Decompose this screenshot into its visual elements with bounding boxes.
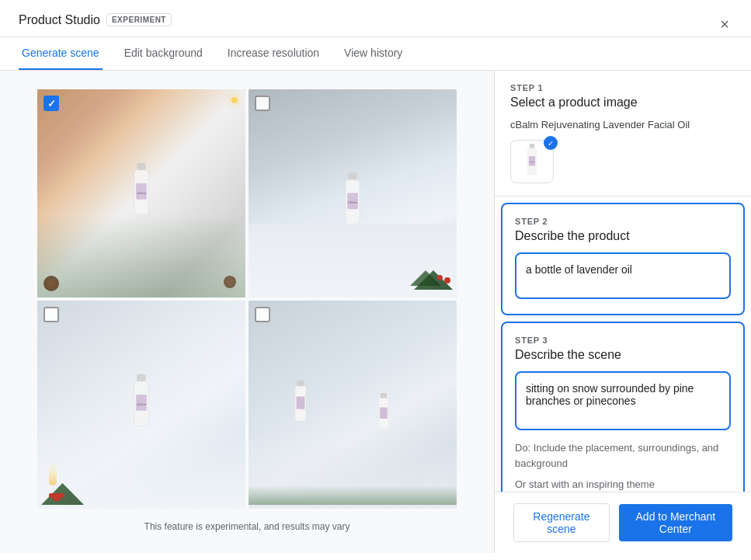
image-grid: cBalm ✓: [37, 89, 457, 509]
svg-text:cBalm: cBalm: [137, 402, 146, 406]
step-3-title: Describe the scene: [515, 348, 731, 362]
product-thumbnail-check: ✓: [544, 136, 558, 150]
or-theme-text: Or start with an inspiring theme: [515, 478, 731, 490]
svg-rect-4: [348, 172, 356, 179]
step-2-title: Describe the product: [515, 229, 731, 243]
disclaimer-text: This feature is experimental, and result…: [144, 521, 350, 532]
image-1-checkbox[interactable]: ✓: [43, 96, 59, 111]
image-2-checkbox[interactable]: [255, 96, 270, 111]
svg-rect-12: [297, 381, 304, 386]
step-1-label: STEP 1: [510, 83, 735, 92]
step-1-section: STEP 1 Select a product image cBalm Reju…: [495, 71, 751, 197]
checkmark-icon: ✓: [47, 99, 56, 109]
tab-generate-scene[interactable]: Generate scene: [19, 37, 103, 70]
experiment-badge: EXPERIMENT: [106, 13, 172, 26]
scene-description-input[interactable]: sitting on snow surrounded by pine branc…: [515, 371, 731, 430]
image-4-checkbox[interactable]: [255, 307, 270, 322]
product-name: cBalm Rejuvenating Lavender Facial Oil: [510, 119, 735, 130]
svg-rect-14: [297, 397, 305, 409]
regenerate-scene-button[interactable]: Regenerate scene: [513, 503, 610, 542]
svg-rect-0: [137, 163, 145, 170]
close-button[interactable]: ×: [717, 12, 732, 37]
product-description-input[interactable]: a bottle of lavender oil: [515, 252, 731, 299]
right-panel: STEP 1 Select a product image cBalm Reju…: [495, 71, 751, 553]
image-cell-4[interactable]: [249, 301, 457, 509]
step-2-label: STEP 2: [515, 217, 731, 226]
image-cell-1[interactable]: cBalm ✓: [37, 89, 245, 297]
image-3-checkbox[interactable]: [43, 307, 59, 322]
product-thumbnail-svg: cBalm: [520, 143, 544, 180]
tab-view-history[interactable]: View history: [341, 37, 405, 70]
svg-text:cBalm: cBalm: [137, 191, 146, 195]
dialog-title: Product Studio: [19, 13, 100, 27]
svg-text:cBalm: cBalm: [348, 200, 357, 204]
footer-buttons: Regenerate scene Add to Merchant Center: [495, 492, 751, 553]
dialog-header: Product Studio EXPERIMENT ×: [0, 0, 751, 37]
tabs-bar: Generate scene Edit background Increase …: [0, 37, 751, 71]
tab-increase-resolution[interactable]: Increase resolution: [224, 37, 322, 70]
left-panel: cBalm ✓: [0, 71, 495, 553]
svg-rect-17: [380, 408, 388, 419]
add-to-merchant-button[interactable]: Add to Merchant Center: [619, 504, 732, 541]
svg-rect-18: [530, 144, 535, 148]
step-2-section: STEP 2 Describe the product a bottle of …: [501, 203, 745, 315]
main-content: cBalm ✓: [0, 71, 751, 553]
product-check-icon: ✓: [548, 139, 554, 148]
dialog-title-area: Product Studio EXPERIMENT: [19, 13, 172, 37]
svg-rect-15: [381, 393, 387, 398]
image-cell-3[interactable]: cBalm: [37, 301, 245, 509]
product-thumbnail: cBalm ✓: [510, 140, 554, 183]
step-1-title: Select a product image: [510, 96, 735, 110]
scene-helper-text: Do: Include the placement, surroundings,…: [515, 440, 731, 471]
step-3-label: STEP 3: [515, 336, 731, 345]
image-cell-2[interactable]: cBalm: [249, 89, 457, 297]
tab-edit-background[interactable]: Edit background: [121, 37, 206, 70]
svg-text:cBalm: cBalm: [529, 161, 535, 163]
svg-rect-8: [137, 374, 145, 381]
